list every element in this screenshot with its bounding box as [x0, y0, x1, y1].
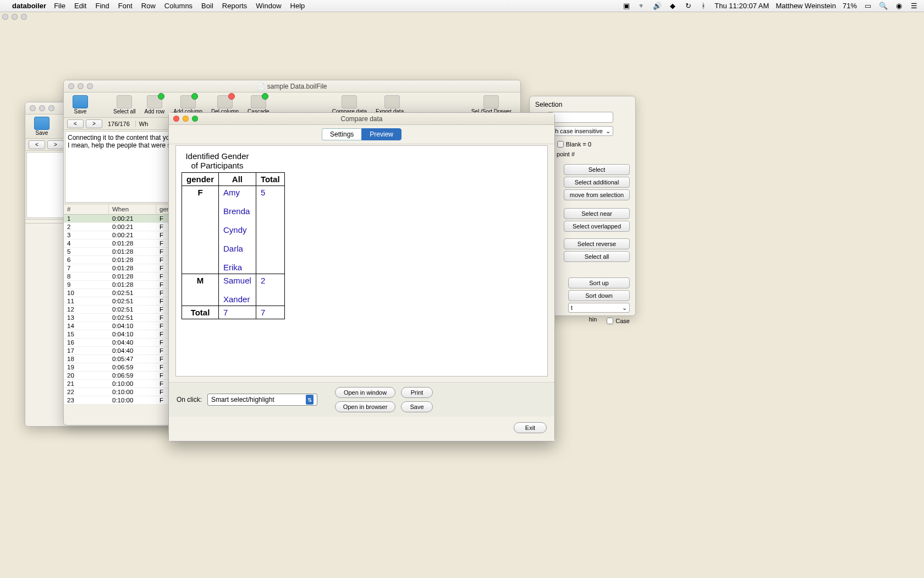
- tab-settings[interactable]: Settings: [322, 128, 361, 140]
- onclick-dropdown[interactable]: Smart select/highlight ⇅: [207, 394, 317, 406]
- report-name-link[interactable]: Samuel: [223, 276, 251, 285]
- select-near-button[interactable]: Select near: [564, 208, 630, 219]
- sort-down-button[interactable]: Sort down: [568, 290, 630, 301]
- select-additional-button[interactable]: Select additional: [564, 177, 630, 188]
- bgwin-max-button[interactable]: [48, 105, 54, 111]
- report-title: Identified Gender of Participants: [182, 151, 253, 170]
- open-in-browser-button[interactable]: Open in browser: [335, 401, 395, 412]
- traffic-light-min[interactable]: [12, 14, 18, 20]
- sync-icon[interactable]: ↻: [684, 2, 692, 10]
- report-name-link[interactable]: Darla: [223, 244, 243, 253]
- bgwin-close-button[interactable]: [30, 105, 36, 111]
- report-grand-all[interactable]: 7: [223, 308, 228, 317]
- within-label: hin: [589, 316, 597, 326]
- grid-icon: [251, 95, 266, 108]
- menu-columns[interactable]: Columns: [164, 2, 193, 10]
- app-name[interactable]: databoiler: [12, 2, 46, 10]
- main-window-title: 📄 sample Data.boilFile: [64, 83, 520, 90]
- battery-icon[interactable]: ▭: [864, 2, 872, 10]
- select-reverse-button[interactable]: Select reverse: [564, 238, 630, 249]
- menu-row[interactable]: Row: [141, 2, 156, 10]
- menu-file[interactable]: File: [54, 2, 65, 10]
- tab-preview[interactable]: Preview: [361, 128, 402, 140]
- cascade-button[interactable]: Cascade: [248, 95, 269, 114]
- traffic-light-max[interactable]: [21, 14, 27, 20]
- nav-fwd-button[interactable]: >: [86, 119, 102, 128]
- save-icon: [34, 117, 50, 130]
- drawer-icon: [483, 95, 499, 108]
- menu-bar: databoiler File Edit Find Font Row Colum…: [0, 0, 924, 12]
- traffic-light-close[interactable]: [2, 14, 8, 20]
- remove-selection-button[interactable]: move from selection: [564, 189, 630, 200]
- menu-find[interactable]: Find: [95, 2, 109, 10]
- selection-heading: Selection: [535, 101, 630, 108]
- save-icon: [73, 95, 88, 108]
- select-button[interactable]: Select: [564, 164, 630, 175]
- bgwin-save-button[interactable]: Save: [34, 117, 50, 136]
- select-all-button[interactable]: Select all: [113, 95, 136, 114]
- compare-data-button[interactable]: Compare data: [332, 95, 367, 114]
- report-name-link[interactable]: Brenda: [223, 206, 250, 216]
- search-mode-value: rch case insensitive: [550, 128, 603, 134]
- print-button[interactable]: Print: [401, 387, 433, 398]
- control-center-icon[interactable]: ☰: [910, 2, 919, 10]
- export-icon: [384, 95, 400, 108]
- report-table: gender All Total FAmyBrendaCyndyDarlaEri…: [182, 172, 285, 319]
- blank-checkbox[interactable]: Blank = 0: [557, 141, 591, 148]
- add-row-button[interactable]: Add row: [145, 95, 165, 114]
- menu-reports[interactable]: Reports: [222, 2, 248, 10]
- export-data-button[interactable]: Export data...: [376, 95, 408, 114]
- who-header-stub: Wh: [135, 121, 148, 127]
- wifi-icon[interactable]: ᯤ: [637, 2, 646, 10]
- user-name[interactable]: Matthew Weinstein: [776, 2, 836, 10]
- report-name-link[interactable]: Amy: [223, 188, 240, 197]
- dropbox-icon[interactable]: ◆: [668, 2, 677, 10]
- save-report-button[interactable]: Save: [401, 401, 433, 412]
- menu-help[interactable]: Help: [290, 2, 305, 10]
- case-checkbox[interactable]: Case: [607, 318, 630, 324]
- bgwin-nav-fwd[interactable]: >: [47, 140, 64, 149]
- report-grand-total[interactable]: 7: [261, 308, 265, 317]
- clock[interactable]: Thu 11:20:07 AM: [714, 2, 769, 10]
- report-name-link[interactable]: Cyndy: [223, 225, 247, 235]
- report-name-link[interactable]: Erika: [223, 263, 242, 272]
- nav-back-button[interactable]: <: [67, 119, 84, 128]
- search-mode-dropdown[interactable]: rch case insensitive⌄: [547, 126, 613, 136]
- report-col-gender: gender: [182, 173, 219, 186]
- col-header-when[interactable]: When: [109, 204, 156, 214]
- bluetooth-icon[interactable]: ᚼ: [699, 2, 708, 10]
- del-column-button[interactable]: Del column: [211, 95, 239, 114]
- bgwin-save-label: Save: [36, 130, 48, 136]
- sort-column-dropdown[interactable]: t⌄: [568, 303, 630, 313]
- menu-edit[interactable]: Edit: [74, 2, 86, 10]
- selection-search-input[interactable]: [547, 112, 613, 123]
- exit-button[interactable]: Exit: [514, 422, 547, 433]
- siri-icon[interactable]: ◉: [894, 2, 903, 10]
- select-all-button[interactable]: Select all: [564, 251, 630, 262]
- sort-up-button[interactable]: Sort up: [568, 277, 630, 288]
- desktop-window-lights: [2, 14, 27, 20]
- bgwin-min-button[interactable]: [39, 105, 45, 111]
- sel-sort-drawer-button[interactable]: Sel./Sort Drawer: [471, 95, 512, 114]
- grid-icon: [117, 95, 132, 108]
- battery-percent[interactable]: 71%: [843, 2, 857, 10]
- menu-font[interactable]: Font: [118, 2, 133, 10]
- grid-icon: [147, 95, 162, 108]
- volume-icon[interactable]: 🔊: [653, 2, 662, 10]
- open-in-window-button[interactable]: Open in window: [335, 387, 395, 398]
- add-column-button[interactable]: Add column: [173, 95, 202, 114]
- report-count-link[interactable]: 2: [261, 276, 265, 285]
- bgwin-nav-back[interactable]: <: [29, 140, 45, 149]
- spotlight-icon[interactable]: 🔍: [879, 2, 888, 10]
- report-name-link[interactable]: Xander: [223, 295, 250, 304]
- video-icon[interactable]: ▣: [622, 2, 631, 10]
- report-count-link[interactable]: 5: [261, 188, 265, 197]
- menu-window[interactable]: Window: [256, 2, 281, 10]
- preview-area[interactable]: Identified Gender of Participants gender…: [175, 145, 548, 377]
- select-overlapped-button[interactable]: Select overlapped: [564, 221, 630, 232]
- save-button[interactable]: Save: [73, 95, 88, 114]
- col-header-number[interactable]: #: [64, 204, 109, 214]
- report-col-all: All: [219, 173, 256, 186]
- grid-icon: [180, 95, 196, 108]
- menu-boil[interactable]: Boil: [201, 2, 213, 10]
